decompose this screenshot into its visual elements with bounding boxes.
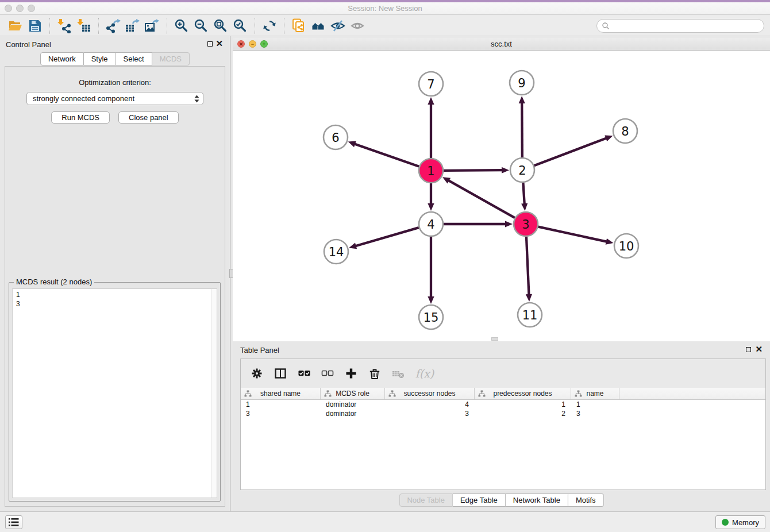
search-box[interactable] (596, 19, 764, 33)
graph-edge-2-3[interactable] (523, 183, 524, 204)
tab-select[interactable]: Select (116, 52, 152, 65)
zoom-out-icon (194, 18, 209, 33)
column-header-successor-nodes[interactable]: successor nodes (385, 388, 475, 399)
table-panel-title: Table Panel (240, 346, 279, 354)
list-icon (8, 518, 20, 527)
float-panel-icon[interactable] (207, 41, 213, 47)
float-table-panel-icon[interactable] (746, 347, 751, 352)
mcds-tab-content: Optimization criterion: strongly connect… (5, 66, 225, 507)
column-type-icon (244, 390, 252, 398)
graph-edge-3-1[interactable] (448, 180, 514, 218)
tab-motifs[interactable]: Motifs (568, 494, 604, 507)
zoom-fit-button[interactable] (211, 17, 230, 34)
tab-style[interactable]: Style (84, 52, 116, 65)
memory-button[interactable]: Memory (715, 515, 765, 529)
graph-edge-2-8[interactable] (534, 138, 607, 165)
graph-edge-arrowhead (348, 141, 356, 148)
run-mcds-button[interactable]: Run MCDS (51, 111, 110, 124)
import-table-button[interactable] (74, 17, 94, 34)
show-all-button (348, 17, 367, 34)
zoom-in-button[interactable] (172, 17, 191, 34)
graph-edge-arrowhead (519, 96, 525, 103)
gear-button[interactable] (250, 367, 264, 380)
network-canvas[interactable]: 1234678910111415 (233, 51, 770, 341)
table-cell[interactable]: 1 (241, 400, 321, 409)
network-view-window: ✕ − + scc.txt 1234678910111415 (233, 38, 770, 341)
save-session-button[interactable] (25, 17, 45, 34)
graph-edge-3-10[interactable] (538, 227, 606, 242)
table-cell[interactable]: 1 (571, 400, 619, 409)
table-row[interactable]: 3dominator323 (241, 409, 765, 418)
graph-edge-4-14[interactable] (356, 228, 419, 246)
graph-edge-arrowhead (505, 221, 513, 227)
export-network-button[interactable] (103, 17, 123, 34)
graph-edge-arrowhead (521, 203, 528, 211)
export-table-button[interactable] (123, 17, 143, 34)
column-header-name[interactable]: name (571, 388, 619, 399)
hide-selected-button[interactable] (328, 17, 348, 34)
first-neighbors-icon (311, 18, 326, 33)
table-cell[interactable]: 1 (475, 400, 571, 409)
column-type-icon (478, 390, 486, 398)
table-cell[interactable]: 4 (385, 400, 475, 409)
zoom-selected-button[interactable] (230, 17, 250, 34)
graph-edge-arrowhead (606, 238, 614, 245)
table-row[interactable]: 1dominator411 (241, 400, 765, 409)
result-scrollbar[interactable] (211, 289, 217, 498)
refresh-layout-icon (262, 18, 277, 33)
application-window: Session: New Session Control Panel ✕ Net… (0, 0, 770, 532)
delete-row-button[interactable] (368, 367, 382, 380)
select-all-button[interactable] (297, 367, 311, 380)
graph-edge-1-2[interactable] (444, 170, 502, 171)
graph-edge-arrowhead (428, 203, 434, 211)
table-cell[interactable]: 2 (475, 409, 571, 418)
export-image-button[interactable] (143, 17, 162, 34)
first-neighbors-button[interactable] (309, 17, 328, 34)
column-header-predecessor-nodes[interactable]: predecessor nodes (475, 388, 571, 399)
main-toolbar (0, 16, 770, 36)
control-panel-title: Control Panel (6, 40, 51, 49)
select-all-icon (298, 367, 310, 380)
column-header-MCDS-role[interactable]: MCDS role (321, 388, 385, 399)
hide-selected-icon (330, 18, 345, 33)
column-header-shared-name[interactable]: shared name (241, 388, 321, 399)
graph-edge-3-11[interactable] (526, 237, 529, 295)
toolbar-separator (255, 18, 255, 34)
close-panel-button[interactable]: Close panel (118, 111, 179, 124)
clone-network-button[interactable] (289, 17, 309, 34)
close-panel-icon[interactable]: ✕ (215, 38, 223, 49)
gear-icon (251, 367, 263, 380)
graph-edge-arrowhead (502, 167, 509, 174)
table-cell[interactable]: 3 (385, 409, 475, 418)
table-cell[interactable]: 3 (241, 409, 321, 418)
import-table-icon (76, 18, 91, 33)
graph-edge-1-6[interactable] (355, 144, 419, 167)
zoom-out-button[interactable] (191, 17, 211, 34)
task-history-button[interactable] (5, 515, 22, 529)
graph-edge-2-9[interactable] (522, 103, 522, 157)
table-header-row: shared nameMCDS rolesuccessor nodesprede… (241, 388, 765, 400)
table-cell[interactable]: 3 (571, 409, 619, 418)
tab-network[interactable]: Network (40, 52, 84, 65)
close-table-panel-icon[interactable]: ✕ (755, 344, 763, 354)
tab-edge-table[interactable]: Edge Table (453, 494, 506, 507)
import-network-button[interactable] (55, 17, 74, 34)
tab-network-table[interactable]: Network Table (506, 494, 568, 507)
zoom-in-icon (174, 18, 189, 33)
tab-node-table[interactable]: Node Table (399, 494, 453, 507)
split-columns-button[interactable] (274, 367, 287, 380)
table-cell[interactable]: dominator (321, 400, 385, 409)
deselect-all-button[interactable] (321, 367, 334, 380)
control-panel-tabs: NetworkStyleSelectMCDS (0, 52, 230, 65)
add-row-button[interactable] (344, 367, 358, 380)
search-input[interactable] (610, 21, 764, 31)
optimization-criterion-dropdown[interactable]: strongly connected component (26, 92, 203, 105)
graph-node-label: 8 (621, 125, 629, 138)
table-cell[interactable]: dominator (321, 409, 385, 418)
mcds-result-text[interactable]: 1 3 (12, 288, 217, 498)
window-titlebar: Session: New Session (0, 2, 770, 15)
tab-mcds[interactable]: MCDS (152, 52, 190, 65)
canvas-scroll-handle[interactable] (491, 337, 498, 341)
refresh-layout-button[interactable] (260, 17, 279, 34)
open-session-button[interactable] (6, 17, 25, 34)
